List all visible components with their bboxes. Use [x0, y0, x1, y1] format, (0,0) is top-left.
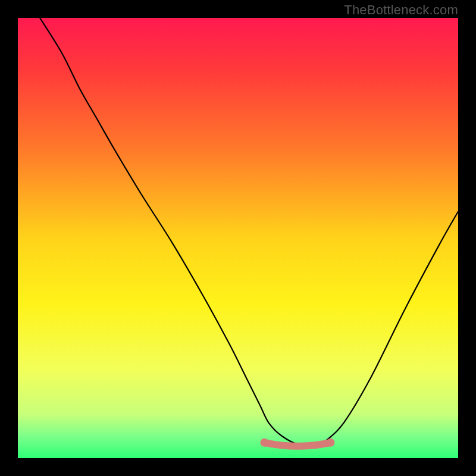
- chart-frame: TheBottleneck.com: [0, 0, 476, 476]
- svg-rect-0: [18, 18, 458, 458]
- watermark-text: TheBottleneck.com: [344, 2, 458, 18]
- plot-area: [18, 18, 458, 458]
- background-gradient: [18, 18, 458, 458]
